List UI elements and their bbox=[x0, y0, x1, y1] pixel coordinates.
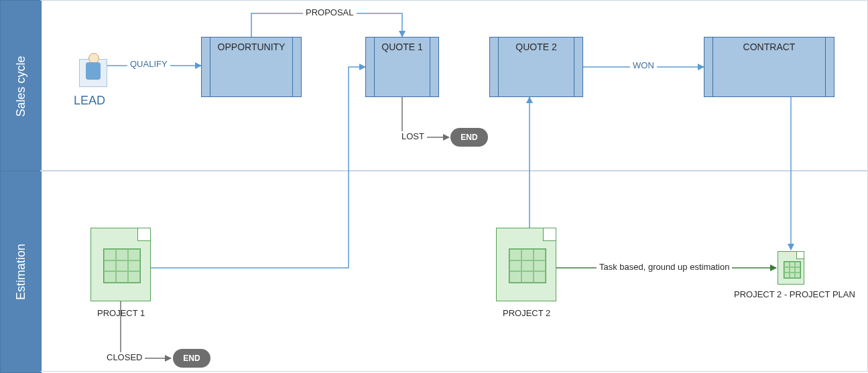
edge-won-label: WON bbox=[630, 60, 657, 70]
edge-proposal-label: PROPOSAL bbox=[303, 7, 357, 17]
node-project-plan-label: PROJECT 2 - PROJECT PLAN bbox=[734, 289, 855, 299]
node-end-closed: END bbox=[173, 349, 210, 368]
node-quote1: QUOTE 1 bbox=[365, 37, 439, 97]
node-contract: CONTRACT bbox=[704, 37, 834, 97]
lane-body-estimation bbox=[40, 171, 868, 372]
node-opportunity-label: OPPORTUNITY bbox=[218, 42, 286, 52]
node-quote2: QUOTE 2 bbox=[489, 37, 583, 97]
edge-closed-label: CLOSED bbox=[104, 352, 145, 362]
lane-label-sales: Sales cycle bbox=[14, 56, 28, 117]
diagram-canvas: Sales cycle Estimation bbox=[0, 0, 868, 373]
lane-header-estimation: Estimation bbox=[0, 171, 42, 373]
node-project2-label: PROJECT 2 bbox=[503, 308, 550, 318]
node-project1-label: PROJECT 1 bbox=[97, 308, 145, 318]
lane-header-sales: Sales cycle bbox=[0, 0, 42, 172]
node-opportunity: OPPORTUNITY bbox=[201, 37, 302, 97]
edge-estimation-label: Task based, ground up estimation bbox=[597, 262, 732, 272]
lead-label: LEAD bbox=[74, 94, 105, 108]
lead-actor-icon bbox=[79, 59, 107, 87]
lane-label-estimation: Estimation bbox=[14, 244, 28, 300]
node-project1 bbox=[90, 228, 151, 301]
node-end-lost: END bbox=[450, 128, 488, 147]
node-project2 bbox=[496, 228, 556, 301]
edge-qualify-label: QUALIFY bbox=[127, 59, 170, 69]
node-project-plan bbox=[778, 251, 804, 285]
edge-lost-label: LOST bbox=[399, 131, 427, 141]
node-contract-label: CONTRACT bbox=[743, 42, 796, 52]
node-quote2-label: QUOTE 2 bbox=[515, 42, 556, 52]
node-quote1-label: QUOTE 1 bbox=[381, 42, 422, 52]
